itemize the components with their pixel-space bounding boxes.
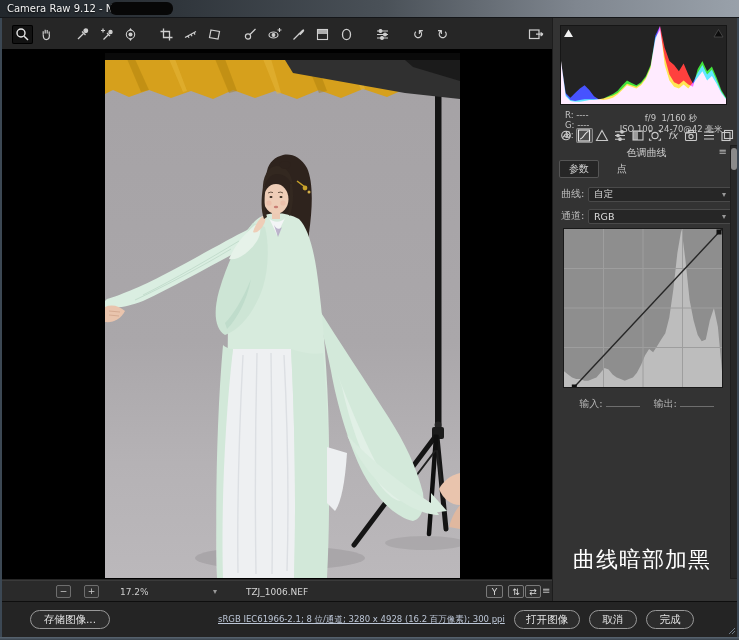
channel-label: 通道:	[561, 209, 588, 223]
curve-preset-select[interactable]: 自定 ▾	[588, 187, 732, 202]
preferences-tool-icon[interactable]	[372, 25, 393, 44]
open-image-button[interactable]: 打开图像	[514, 610, 580, 629]
resize-grip[interactable]	[728, 627, 736, 635]
hand-tool-icon[interactable]	[36, 25, 57, 44]
curve-preset-label: 曲线:	[561, 187, 588, 201]
input-label: 输入:	[579, 398, 602, 409]
chevron-down-icon: ▾	[722, 212, 726, 221]
tab-parametric[interactable]: 参数	[559, 160, 599, 178]
curve-point-white	[717, 230, 722, 235]
panel-tab-strip: fx	[558, 128, 735, 144]
tab-lens-corrections-icon[interactable]	[647, 128, 664, 143]
camera-raw-window: { "window": { "title": "Camera Raw 9.12 …	[0, 0, 739, 640]
spot-removal-tool-icon[interactable]	[240, 25, 261, 44]
color-sampler-tool-icon[interactable]	[96, 25, 117, 44]
tab-tone-curve-icon[interactable]	[576, 128, 593, 143]
title-bar[interactable]: Camera Raw 9.12 - Nikon D4	[0, 0, 739, 18]
channel-select[interactable]: RGB ▾	[588, 209, 732, 224]
red-eye-tool-icon[interactable]	[264, 25, 285, 44]
shadow-clipping-indicator[interactable]	[563, 28, 574, 38]
light-stand-pole	[435, 77, 442, 431]
straighten-tool-icon[interactable]	[180, 25, 201, 44]
tab-presets-icon[interactable]	[700, 128, 717, 143]
photo-top-black-strip	[105, 53, 460, 60]
tab-camera-calibration-icon[interactable]	[683, 128, 700, 143]
workflow-options-link[interactable]: sRGB IEC61966-2.1; 8 位/通道; 3280 x 4928 (…	[218, 614, 478, 626]
graduated-filter-tool-icon[interactable]	[312, 25, 333, 44]
window-frame-left	[0, 18, 2, 637]
toolbar: ↺ ↻	[0, 19, 552, 49]
tutorial-annotation: 曲线暗部加黑	[573, 545, 733, 575]
swap-before-after-button[interactable]: ⇅	[508, 585, 524, 598]
rotate-right-icon[interactable]: ↻	[432, 25, 453, 44]
tab-snapshots-icon[interactable]	[718, 128, 735, 143]
image-canvas[interactable]	[2, 49, 552, 579]
highlight-clipping-indicator[interactable]	[713, 28, 724, 38]
tab-detail-icon[interactable]	[594, 128, 611, 143]
filename-label: TZJ_1006.NEF	[2, 587, 552, 597]
tab-point[interactable]: 点	[607, 160, 637, 178]
status-bar: − + 17.2% ▾ TZJ_1006.NEF Y ⇅ ⇄ ≡	[2, 580, 552, 601]
tab-basic-icon[interactable]	[558, 128, 575, 143]
footer-bar: 存储图像... sRGB IEC61966-2.1; 8 位/通道; 3280 …	[0, 601, 739, 637]
white-balance-tool-icon[interactable]	[72, 25, 93, 44]
zoom-tool-icon[interactable]	[12, 25, 33, 44]
copy-settings-button[interactable]: ⇄	[525, 585, 541, 598]
cancel-button[interactable]: 取消	[589, 610, 637, 629]
rgb-histogram	[560, 25, 727, 105]
curve-io-row: 输入: 输出:	[553, 396, 739, 411]
tab-effects-icon[interactable]: fx	[665, 128, 682, 143]
tone-curve-graph[interactable]	[563, 228, 723, 388]
panel-menu-icon[interactable]: ≡	[719, 146, 727, 157]
rotate-left-icon[interactable]: ↺	[408, 25, 429, 44]
chevron-down-icon: ▾	[722, 190, 726, 199]
tab-split-toning-icon[interactable]	[629, 128, 646, 143]
tab-hsl-grayscale-icon[interactable]	[611, 128, 628, 143]
targeted-adjustment-tool-icon[interactable]	[120, 25, 141, 44]
curve-point-black	[572, 385, 577, 388]
preview-mode-toggle[interactable]: Y	[486, 585, 503, 598]
tone-curve-tabs: 参数 点	[559, 160, 637, 178]
crop-tool-icon[interactable]	[156, 25, 177, 44]
preview-settings-icon[interactable]: ≡	[542, 586, 550, 596]
redacted-patch	[110, 2, 173, 15]
svg-text:fx: fx	[668, 130, 679, 141]
curve-preset-row: 曲线: 自定 ▾	[561, 186, 732, 202]
radial-filter-tool-icon[interactable]	[336, 25, 357, 44]
exif-exposure: f/9 1/160 秒	[615, 113, 727, 124]
photo-preview[interactable]	[105, 53, 460, 578]
output-value[interactable]	[680, 396, 714, 407]
output-label: 输出:	[654, 398, 677, 409]
input-value[interactable]	[606, 396, 640, 407]
channel-row: 通道: RGB ▾	[561, 208, 732, 224]
save-image-button[interactable]: 存储图像...	[30, 610, 110, 629]
done-button[interactable]: 完成	[646, 610, 694, 629]
transform-tool-icon[interactable]	[204, 25, 225, 44]
toggle-fullscreen-icon[interactable]	[526, 25, 546, 43]
panel-title: 色调曲线	[553, 146, 739, 159]
adjustment-brush-tool-icon[interactable]	[288, 25, 309, 44]
adjustments-panel: R: ---- G: ---- B: ---- f/9 1/160 秒 ISO …	[552, 18, 739, 601]
